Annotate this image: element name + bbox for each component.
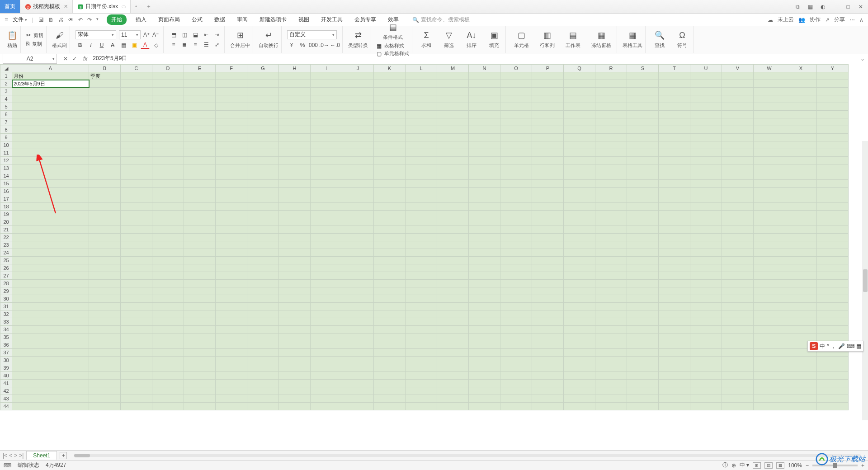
cell-T2[interactable] <box>659 80 690 88</box>
cell-E18[interactable] <box>184 203 216 211</box>
cell-U43[interactable] <box>690 395 722 403</box>
cell-V15[interactable] <box>722 180 754 188</box>
cell-A43[interactable] <box>12 395 89 403</box>
cell-O8[interactable] <box>500 126 532 134</box>
cell-B15[interactable] <box>89 180 121 188</box>
cell-J21[interactable] <box>342 226 374 234</box>
cell-F41[interactable] <box>216 380 247 387</box>
cell-E20[interactable] <box>184 218 216 226</box>
cell-U31[interactable] <box>690 303 722 310</box>
rowcol-button[interactable]: ▥行和列 <box>537 30 557 49</box>
cell-Y23[interactable] <box>817 241 849 249</box>
cell-L11[interactable] <box>406 149 437 157</box>
cell-E40[interactable] <box>184 372 216 380</box>
cell-F8[interactable] <box>216 126 247 134</box>
cell-S31[interactable] <box>627 303 659 310</box>
cell-L22[interactable] <box>406 234 437 241</box>
cell-V8[interactable] <box>722 126 754 134</box>
cell-E28[interactable] <box>184 280 216 287</box>
cell-B9[interactable] <box>89 134 121 141</box>
cell-L12[interactable] <box>406 157 437 164</box>
cell-I33[interactable] <box>311 318 342 326</box>
cell-M12[interactable] <box>437 157 469 164</box>
cell-G32[interactable] <box>247 310 279 318</box>
cell-K27[interactable] <box>374 272 406 280</box>
cell-A14[interactable] <box>12 172 89 180</box>
cell-Y7[interactable] <box>817 118 849 126</box>
cell-Y25[interactable] <box>817 257 849 264</box>
cell-F2[interactable] <box>216 80 247 88</box>
cell-Q2[interactable] <box>564 80 595 88</box>
cell-P9[interactable] <box>532 134 564 141</box>
row-header-25[interactable]: 25 <box>0 257 12 264</box>
cell-L40[interactable] <box>406 372 437 380</box>
cell-L8[interactable] <box>406 126 437 134</box>
cell-K18[interactable] <box>374 203 406 211</box>
cell-U7[interactable] <box>690 118 722 126</box>
cell-V39[interactable] <box>722 364 754 372</box>
cell-J24[interactable] <box>342 249 374 257</box>
col-header-S[interactable]: S <box>627 65 659 72</box>
cell-M6[interactable] <box>437 111 469 118</box>
cell-S38[interactable] <box>627 357 659 364</box>
cancel-edit-icon[interactable]: ✕ <box>63 56 68 62</box>
cell-Q12[interactable] <box>564 157 595 164</box>
cell-R21[interactable] <box>595 226 627 234</box>
cell-F36[interactable] <box>216 341 247 349</box>
cell-M5[interactable] <box>437 103 469 111</box>
cell-U11[interactable] <box>690 149 722 157</box>
cell-Y33[interactable] <box>817 318 849 326</box>
preview-icon[interactable]: 👁 <box>68 17 74 23</box>
cell-E38[interactable] <box>184 357 216 364</box>
cell-D36[interactable] <box>152 341 184 349</box>
cell-I41[interactable] <box>311 380 342 387</box>
cell-N19[interactable] <box>469 211 500 218</box>
cell-L17[interactable] <box>406 195 437 203</box>
cell-E32[interactable] <box>184 310 216 318</box>
cell-V28[interactable] <box>722 280 754 287</box>
cell-Q5[interactable] <box>564 103 595 111</box>
cell-S32[interactable] <box>627 310 659 318</box>
cell-J25[interactable] <box>342 257 374 264</box>
cell-S19[interactable] <box>627 211 659 218</box>
cell-O5[interactable] <box>500 103 532 111</box>
cell-A15[interactable] <box>12 180 89 188</box>
cell-V30[interactable] <box>722 295 754 303</box>
cell-I38[interactable] <box>311 357 342 364</box>
tab-template[interactable]: D 找稻壳模板 ✕ <box>20 0 73 13</box>
row-header-20[interactable]: 20 <box>0 218 12 226</box>
cell-I7[interactable] <box>311 118 342 126</box>
cell-V26[interactable] <box>722 264 754 272</box>
row-header-10[interactable]: 10 <box>0 141 12 149</box>
cell-B22[interactable] <box>89 234 121 241</box>
cell-M17[interactable] <box>437 195 469 203</box>
cell-E13[interactable] <box>184 164 216 172</box>
cell-C25[interactable] <box>121 257 152 264</box>
cell-A39[interactable] <box>12 364 89 372</box>
cell-R8[interactable] <box>595 126 627 134</box>
cell-F14[interactable] <box>216 172 247 180</box>
cell-H7[interactable] <box>279 118 311 126</box>
cell-P38[interactable] <box>532 357 564 364</box>
cell-B14[interactable] <box>89 172 121 180</box>
cell-H44[interactable] <box>279 403 311 410</box>
cell-T34[interactable] <box>659 326 690 334</box>
cell-K6[interactable] <box>374 111 406 118</box>
cell-R43[interactable] <box>595 395 627 403</box>
cell-D44[interactable] <box>152 403 184 410</box>
cell-F5[interactable] <box>216 103 247 111</box>
cell-K25[interactable] <box>374 257 406 264</box>
cell-C2[interactable] <box>121 80 152 88</box>
cell-C23[interactable] <box>121 241 152 249</box>
cell-W1[interactable] <box>754 72 785 80</box>
cell-Y26[interactable] <box>817 264 849 272</box>
cell-Q43[interactable] <box>564 395 595 403</box>
name-box[interactable]: A2 ▾ <box>3 54 57 64</box>
cell-Q18[interactable] <box>564 203 595 211</box>
cell-T43[interactable] <box>659 395 690 403</box>
cell-F22[interactable] <box>216 234 247 241</box>
ime-grid-icon[interactable]: ▦ <box>856 343 861 349</box>
cell-O1[interactable] <box>500 72 532 80</box>
cell-K19[interactable] <box>374 211 406 218</box>
cell-S35[interactable] <box>627 334 659 341</box>
